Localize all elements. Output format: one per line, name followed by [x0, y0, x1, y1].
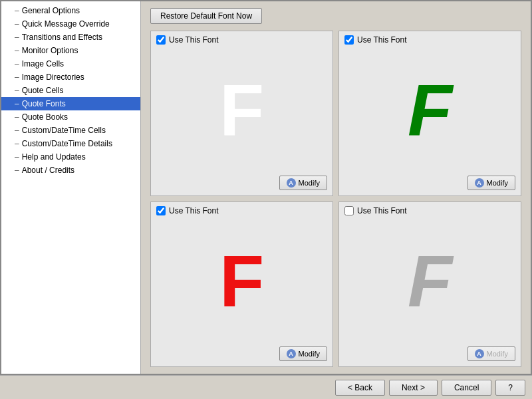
restore-default-font-button[interactable]: Restore Default Font Now — [150, 8, 262, 24]
sidebar-item-quote-fonts[interactable]: Quote Fonts — [1, 97, 140, 110]
font-display-2: F — [344, 47, 515, 173]
font-card-header-2: Use This Font — [344, 35, 515, 45]
font-card-3: Use This FontFAModify — [150, 201, 333, 367]
font-card-footer-1: AModify — [156, 176, 327, 190]
modify-label-2: Modify — [487, 179, 508, 187]
modify-icon-3: A — [287, 349, 296, 358]
use-this-font-checkbox-2[interactable] — [344, 35, 354, 45]
sidebar-item-general-options[interactable]: General Options — [1, 4, 140, 17]
app-container: General OptionsQuick Message OverrideTra… — [0, 0, 532, 375]
font-card-footer-3: AModify — [156, 346, 327, 361]
help-button[interactable]: ? — [495, 380, 525, 396]
modify-icon-1: A — [287, 178, 296, 188]
sidebar: General OptionsQuick Message OverrideTra… — [1, 1, 141, 374]
font-card-header-1: Use This Font — [156, 35, 327, 45]
font-card-1: Use This FontFAModify — [150, 31, 333, 196]
sidebar-item-image-cells[interactable]: Image Cells — [1, 57, 140, 70]
modify-label-4: Modify — [487, 350, 508, 358]
font-card-4: Use This FontFAModify — [338, 201, 521, 367]
bottom-bar: < Back Next > Cancel ? — [0, 375, 532, 399]
font-card-header-3: Use This Font — [156, 206, 327, 215]
use-this-font-label-2: Use This Font — [357, 35, 406, 45]
use-this-font-checkbox-4[interactable] — [344, 206, 354, 215]
font-display-3: F — [156, 218, 327, 344]
font-letter-2: F — [408, 74, 452, 147]
font-card-header-4: Use This Font — [344, 206, 515, 215]
sidebar-item-help-and-updates[interactable]: Help and Updates — [1, 150, 140, 164]
use-this-font-label-1: Use This Font — [169, 35, 218, 45]
modify-icon-2: A — [475, 178, 484, 188]
modify-label-3: Modify — [299, 350, 320, 358]
modify-button-1[interactable]: AModify — [279, 176, 327, 190]
font-card-footer-4: AModify — [344, 346, 515, 361]
sidebar-item-about---credits[interactable]: About / Credits — [1, 164, 140, 177]
modify-button-2[interactable]: AModify — [467, 176, 515, 190]
sidebar-item-quick-message-override[interactable]: Quick Message Override — [1, 17, 140, 31]
font-card-2: Use This FontFAModify — [338, 31, 521, 196]
modify-button-3[interactable]: AModify — [279, 346, 327, 361]
sidebar-item-quote-books[interactable]: Quote Books — [1, 110, 140, 124]
font-letter-4: F — [408, 245, 452, 318]
fonts-grid: Use This FontFAModifyUse This FontFAModi… — [150, 31, 521, 367]
modify-icon-4: A — [475, 349, 484, 358]
sidebar-item-custom-datetime-cells[interactable]: Custom/DateTime Cells — [1, 124, 140, 137]
modify-label-1: Modify — [299, 179, 320, 187]
sidebar-item-quote-cells[interactable]: Quote Cells — [1, 84, 140, 97]
font-letter-3: F — [219, 245, 264, 318]
use-this-font-label-4: Use This Font — [357, 206, 406, 215]
font-display-1: F — [156, 47, 327, 173]
use-this-font-label-3: Use This Font — [169, 206, 218, 215]
cancel-button[interactable]: Cancel — [442, 380, 491, 396]
sidebar-item-transitions-and-effects[interactable]: Transitions and Effects — [1, 31, 140, 44]
font-display-4: F — [344, 218, 515, 344]
sidebar-item-monitor-options[interactable]: Monitor Options — [1, 44, 140, 57]
font-letter-1: F — [219, 74, 264, 147]
sidebar-item-custom-datetime-details[interactable]: Custom/DateTime Details — [1, 137, 140, 150]
main-content: Restore Default Font Now Use This FontFA… — [141, 1, 531, 374]
next-button[interactable]: Next > — [389, 380, 438, 396]
use-this-font-checkbox-3[interactable] — [156, 206, 166, 215]
back-button[interactable]: < Back — [335, 380, 385, 396]
use-this-font-checkbox-1[interactable] — [156, 35, 166, 45]
font-card-footer-2: AModify — [344, 176, 515, 190]
sidebar-item-image-directories[interactable]: Image Directories — [1, 70, 140, 84]
app-wrapper: General OptionsQuick Message OverrideTra… — [0, 0, 532, 399]
modify-button-4: AModify — [467, 346, 515, 361]
